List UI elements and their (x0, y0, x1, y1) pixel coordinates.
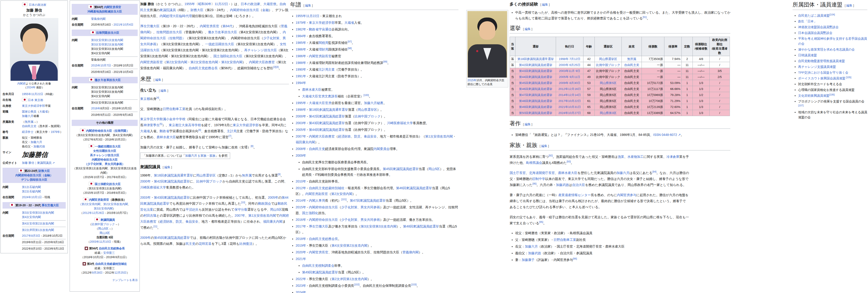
nenpu-list-item[interactable]: 2009年 (296, 153, 459, 158)
nenpu-list-item[interactable]: 2007年 - 内閣府大臣政務官（経済財政、防災、食品安全、地方・都市格差是正等… (296, 134, 459, 145)
election-table-row[interactable]: 当 第44回衆議院議員総選挙 2005年 9月11日 49 比例中国ブロック 自… (510, 74, 730, 80)
election-table-row[interactable]: 当 第48回衆議院議員総選挙 2017年10月22日 61 岡山県第5区 自由民… (510, 98, 730, 104)
nenpu-list-item[interactable]: 2024年 (296, 290, 459, 293)
nenpu-list-item[interactable]: 1994年 (296, 80, 459, 86)
office-header[interactable]: 第23-24代 財務大臣内閣府特命担当大臣（金融）デフレ脱却担当大臣 (3, 168, 66, 183)
nenpu-list-item[interactable]: 1986年 - 内閣官房副長官秘書官 (296, 53, 459, 59)
nenpu-list-item[interactable]: 1955年11月22日 - 東京都生まれ (296, 13, 459, 19)
election-table-row[interactable]: 落 第42回衆議院議員総選挙 2000年 6月25日 44 比例中国ブロック 自… (510, 62, 730, 68)
nenpu-list-item[interactable]: 1998年 - 第18回参議院議員通常選挙落選（岡山県選挙区）。 (296, 107, 459, 113)
nenpu-list-item[interactable]: 第49回衆議院議員総選挙当選（岡山5区）。 (302, 269, 459, 275)
nenpu-list-item[interactable]: 自由民主党文部科学部会特別支援教育小委員会委員長。第45回衆議院議員総選挙当選（… (302, 166, 459, 178)
nenpu-list-item[interactable]: 2012年 - 自由民主党総裁特別補佐・報道局長・厚生労働部会長代理。第46回衆… (296, 185, 459, 197)
nenpu-list-item[interactable]: 2008年 - 自由民主党経済産業部会部会長代理。衆議院内閣委員会理事。 (296, 146, 459, 152)
election-table-row[interactable]: 当 第47回衆議院議員総選挙 2014年12月14日 59 岡山県第5区 自由民… (510, 92, 730, 98)
nenpu-list-item[interactable]: 2017年 - 厚生労働大臣及び働き方改革担当（第3次安倍第3次改造内閣）。第4… (296, 224, 459, 235)
shozoku-list-item[interactable]: 創生「日本」 (798, 19, 867, 24)
nenpu-list-item[interactable]: 2022年 - 厚生労働大臣（第2次岸田第1次改造内閣）。 (296, 276, 459, 282)
office-entry[interactable]: 第56代 自由民主党総務会長総裁：安倍晋三（2018年10月2日 - 2019年… (72, 245, 138, 261)
nenpu-list-item[interactable]: 2005年 - 第44回衆議院議員総選挙当選（比例中国ブロック）。 (296, 127, 459, 133)
election-table-row[interactable]: 当 第45回衆議院議員総選挙 2009年 8月30日 53 岡山県第5区 自由民… (510, 80, 730, 86)
shozoku-list-item[interactable]: 平和を考え靖国神社参拝を支持する若手国会議員の会 (798, 36, 867, 47)
nenpu-list-item[interactable]: 1979年 - 東京大学経済学部卒業。大蔵省入省。 (296, 20, 459, 26)
infobox-row-value[interactable]: 1955年11月22日（69歳） (22, 92, 66, 96)
nenpu-list-item[interactable]: 自由民主党厚生労働部会医療委員会事務局長。 (302, 159, 459, 165)
hatnote-box[interactable]: 「加藤家の家系」については「加藤六月 § 家族・親族」を参照 (140, 152, 230, 159)
edit-link[interactable]: [ 編集 ] (154, 78, 163, 82)
election-table-row[interactable]: 当 第50回衆議院議員総選挙 2024年10月27日 68 岡山県第3区 自由民… (510, 110, 730, 116)
shozoku-list-item[interactable]: 対北朝鮮外交カードを考える会 (798, 82, 867, 87)
shozoku-list-item[interactable]: 文化芸術振興議員連盟[106] (798, 93, 867, 98)
edit-link[interactable]: [ 編集 ] (163, 166, 172, 169)
nenpu-list-item[interactable]: 大蔵省大臣官房文書課長補佐（企画官室）[100]。 (302, 93, 459, 99)
nenpu-list-item[interactable]: 農林水産大臣秘書官。 (302, 87, 459, 92)
template-footer-link[interactable]: テンプレートを表示 (72, 276, 138, 283)
shozoku-list-item[interactable]: 日韓議員連盟 (798, 53, 867, 58)
edit-link[interactable]: [ 編集 ] (304, 4, 313, 7)
shozoku-list-item[interactable]: 心理職の国家資格化を推進する議員連盟 (798, 87, 867, 92)
infobox-row-value[interactable]: 国家公務員（大蔵省）加藤六月秘書 (22, 110, 66, 118)
nenpu-list-item[interactable]: 2014年 - 内閣人事局長（初代）[101]。第47回衆議院議員総選挙当選（岡… (296, 198, 459, 204)
shozoku-list-item[interactable]: 自民党たばこ議員連盟[104] (798, 13, 867, 18)
nenpu-list-item[interactable]: 2019年 - 厚生労働大臣（第4次安倍第2次改造内閣）。 (296, 243, 459, 248)
nenpu-list-item[interactable]: 2018年 - 自由民主党総務会長。 (296, 236, 459, 242)
nenpu-list-item[interactable]: 2016年 - 内閣府特命担当大臣（少子化対策、男女共同参画）及び一億総活躍、働… (296, 217, 459, 223)
election-table-row[interactable]: 当 第49回衆議院議員総選挙 2021年10月31日 65 岡山県第5区 自由民… (510, 104, 730, 110)
chosaku-item[interactable]: 室崎勝信「『旅路通覧』とは？」『ファイナンス』21巻10号、大蔵省、1986年1… (515, 132, 730, 138)
press-photo-thumb[interactable]: 2015年10月、内閣府特命大臣就任に際しての会見 (466, 10, 508, 87)
nenpu-list-item[interactable]: 1988年 - 大蔵省理財局国有財産総括課長補佐兼理財局総務課[99]。 (296, 60, 459, 66)
office-header[interactable]: その他の職歴 (72, 120, 138, 126)
office-entry[interactable]: 内閣官房副長官（政務担当）（第2次安倍内閣、第2次安倍改造内閣、第3次安倍内閣）… (72, 196, 138, 216)
edit-link[interactable]: [ 編集 ] (523, 27, 532, 31)
edit-link[interactable]: [ 編集 ] (540, 3, 550, 6)
nenpu-list-item[interactable]: 1991年 - 大蔵省主計局主査（防衛予算担当）。 (296, 74, 459, 79)
shozoku-list-item[interactable]: 日本会議国会議員懇談会 (798, 30, 867, 35)
kazoku-list-item[interactable]: 義伯父：加藤武徳（政治家） - 自治大臣・参議院議員 (515, 250, 689, 256)
shozoku-list-item[interactable]: 地域の大切な未来を守り社会の未来を考える議員連盟の会 (798, 110, 867, 120)
edit-link[interactable]: [ 編集 ] (159, 89, 168, 92)
shozoku-list-item[interactable]: TPP交渉における国益を守り抜く会 (798, 70, 867, 75)
nenpu-list-item[interactable]: 1985年 - 大蔵省関税局監視課長補佐[97]。 (296, 40, 459, 46)
office-entry[interactable]: 一億総活躍担当大臣女性活躍担当大臣再チャレンジ担当大臣内閣府特命担当大臣（少子化… (72, 143, 138, 181)
portrait-photo[interactable] (10, 18, 58, 81)
nenpu-list-item[interactable]: 2021年 (296, 256, 459, 262)
kazoku-list-item[interactable]: 岳父：加藤六月（政治家） - 国土庁長官・北海道開発庁長官・農林水産大臣 (515, 244, 689, 250)
shozoku-list-item[interactable]: プロボクシングの発展を支援する国会議員の会[107] (798, 99, 867, 109)
nenpu-list-item[interactable]: 1995年 - 大蔵省大臣官房企画官を最後に退官。加藤六月秘書。 (296, 100, 459, 106)
nenpu-list-item[interactable]: 2023年 - 自由民主党税制調査会小委員長[102]。自由民主党社会保障制度調… (296, 283, 459, 289)
nenpu-list-item[interactable]: 2000年 - 第42回衆議院議員総選挙落選（比例中国ブロック）。 (296, 114, 459, 119)
edit-link[interactable]: [ 編集 ] (845, 4, 854, 7)
office-header[interactable]: 第19-20・22・26代 厚生労働大臣 (3, 202, 66, 209)
office-header[interactable]: 第84代 内閣官房長官沖縄基地負担軽減担当大臣 (72, 4, 138, 15)
shozoku-list-item[interactable]: 速やかな政策実現を求める有志議員の会 (798, 47, 867, 52)
edit-link[interactable]: [ 編集 ] (539, 144, 549, 148)
office-entry[interactable]: 衆議院議員（比例中国ブロック→）（岡山5区→）岡山3区当選回数 8回（2003年… (72, 216, 138, 245)
infobox-row-value[interactable]: 経済学士（東京大学・1979年） (22, 130, 66, 134)
election-table-row[interactable]: 当 第46回衆議院議員総選挙 2012年12月16日 57 岡山県第5区 自由民… (510, 86, 730, 92)
office-header[interactable]: 働き方改革担当大臣 (72, 77, 138, 83)
kazoku-list-item[interactable]: 父：室崎勝聰（実業家） - 日野自動車工業副社長 (515, 237, 689, 243)
office-entry[interactable]: 国土強靭化担当大臣（第3次安倍第1次改造内閣）（2015年10月7日 - 201… (72, 181, 138, 196)
nenpu-list-item[interactable]: 1984年 - 倉吉税務署署長。 (296, 33, 459, 39)
shozoku-list-item[interactable]: 神道政治連盟国会議員懇談会 (798, 25, 867, 30)
infobox-row-value[interactable]: 東京大学経済学部卒業 (22, 104, 66, 108)
shozoku-list-item[interactable]: ボーイスカウト振興国会議員連盟 [105] (798, 76, 867, 81)
kazoku-list-item[interactable]: 祖父：室崎勝造（実業家・政治家） - 島根県議会議員 (515, 230, 689, 236)
nenpu-list-item[interactable]: 2010年 - 自由民主党副幹事長。 (296, 179, 459, 184)
country-link[interactable]: 日本の政治家 (29, 3, 46, 6)
nenpu-list-item[interactable]: 2015年 - 内閣府特命担当大臣（少子化対策、男女共同参画）及び一億総活躍、女… (296, 204, 459, 216)
election-table-row[interactable]: 当 第43回衆議院議員総選挙 2003年11月 9日 47 比例中国ブロック 自… (510, 68, 730, 74)
nenpu-list-item[interactable]: 1982年 - 郵政省宇宙通信企画課出向。 (296, 27, 459, 32)
edit-link[interactable]: [ 編集 ] (523, 122, 532, 126)
infobox-row-value[interactable]: 祖父・室崎勝造岳父・加藤六月義伯父・加藤武徳 (22, 136, 66, 149)
election-table-row[interactable]: 落 第18回参議院議員通常選挙 1998年 7月12日 42 岡山県選挙区 無所… (510, 56, 730, 62)
office-header[interactable]: 拉致問題担当大臣 (72, 30, 138, 36)
infobox-row-value[interactable]: 日本 東京都 (22, 98, 66, 102)
nenpu-list-item[interactable]: 2020年 - 内閣官房長官、沖縄基地負担軽減担当大臣、拉致問題担当大臣（菅義偉… (296, 250, 459, 255)
shozoku-list-item[interactable]: 自民党動物愛護管理推進議員連盟 (798, 59, 867, 64)
official-site-link[interactable]: 加藤 勝信｜衆議院議員 ↗ (22, 161, 66, 165)
office-entry[interactable]: 内閣府特命担当大臣（拉致問題）（第3次安倍第3次改造内閣、第4次安倍内閣）（20… (72, 127, 138, 143)
nenpu-list-item[interactable]: 2003年 - 第43回衆議院議員総選挙当選（比例中国ブロック）、川崎医療福祉大… (296, 120, 459, 126)
nenpu-list-item[interactable]: 自由民主党税制調査会幹事。 (302, 263, 459, 268)
nenpu-list-item[interactable]: 1986年 - 大蔵省理財局国債課長補佐[98]。 (296, 47, 459, 52)
